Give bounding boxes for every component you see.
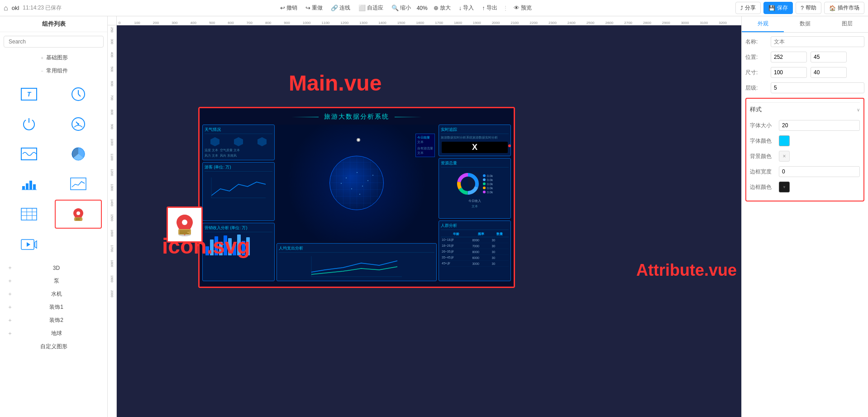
wave-icon <box>20 145 38 163</box>
tab-layer[interactable]: 图层 <box>826 16 868 32</box>
sidebar-item-custom[interactable]: 自定义图形 <box>0 340 107 353</box>
sidebar-item-decor1[interactable]: ＋ 装饰1 <box>0 301 107 314</box>
spending-panel-title: 营销收入分析 (单位: 万) <box>205 225 272 232</box>
add-icon-decor2[interactable]: ＋ <box>7 316 13 324</box>
export-button[interactable]: ↑ 导出 <box>478 3 501 13</box>
font-size-input[interactable] <box>779 120 860 131</box>
size-h-input[interactable] <box>811 67 847 78</box>
sidebar-icon-wave[interactable] <box>5 140 53 168</box>
sidebar-item-water[interactable]: ＋ 水机 <box>0 288 107 301</box>
zoomout-button[interactable]: 🔍 缩小 <box>388 3 415 13</box>
realtime-panel-title: 实时追踪 <box>441 127 509 134</box>
sidebar-item-pump[interactable]: ＋ 泵 <box>0 274 107 288</box>
font-color-swatch[interactable] <box>779 135 790 146</box>
preview-button[interactable]: 👁 预览 <box>510 3 535 13</box>
line-chart-icon <box>69 175 87 193</box>
border-width-input[interactable] <box>779 166 860 177</box>
search-input[interactable] <box>4 36 104 48</box>
svg-rect-15 <box>71 178 86 190</box>
tab-data[interactable]: 数据 <box>784 16 826 32</box>
share-button[interactable]: ⤴ 分享 <box>735 2 761 14</box>
add-icon-pump[interactable]: ＋ <box>7 277 13 285</box>
zoomout-icon: 🔍 <box>391 5 399 11</box>
sidebar-icon-linechart[interactable] <box>55 170 102 198</box>
canvas-content[interactable]: Main.vue 旅游大数据分析系统 <box>117 25 741 417</box>
size-w-input[interactable] <box>771 67 807 78</box>
sidebar-icon-gauge[interactable] <box>55 110 102 138</box>
text-box-icon: T <box>20 85 38 103</box>
bg-color-row: 背景颜色 × <box>750 151 860 162</box>
crowd-panel: 人均支出分析 <box>277 243 437 281</box>
sidebar-item-earth[interactable]: ＋ 地球 <box>0 327 107 340</box>
sidebar-icon-pie[interactable] <box>55 140 102 168</box>
sidebar-item-3d[interactable]: ＋ 3D <box>0 261 107 274</box>
section-common-components[interactable]: － 常用组件 <box>0 64 107 77</box>
save-time: 11:14:23 已保存 <box>23 4 62 12</box>
toolbar-divider: ⋮ <box>502 5 509 11</box>
help-button[interactable]: ? 帮助 <box>796 2 821 14</box>
toolbar-right: ⤴ 分享 💾 保存 ? 帮助 🏠 插件市场 <box>735 2 864 14</box>
svg-point-22 <box>76 211 80 215</box>
dashboard-preview[interactable]: 旅游大数据分析系统 天气情况 <box>198 107 515 288</box>
save-icon: 💾 <box>768 5 775 11</box>
canvas-area[interactable]: 0 100 200 300 400 500 600 700 800 900 10… <box>108 16 741 417</box>
svg-rect-13 <box>33 184 36 190</box>
main-toolbar: ⌂ okl 11:14:23 已保存 ↩ 撤销 ↪ 重做 🔗 连线 ⬜ 自适应 … <box>0 0 868 16</box>
sidebar-icon-barchart[interactable] <box>5 170 53 198</box>
plugin-button[interactable]: 🏠 插件市场 <box>824 2 864 14</box>
import-icon: ↓ <box>459 5 462 11</box>
zoom-level: 40% <box>415 5 429 11</box>
add-icon-decor1[interactable]: ＋ <box>7 303 13 311</box>
section-basic-shapes[interactable]: ＋ 基础图形 <box>0 51 107 64</box>
tourist-chart <box>205 173 272 200</box>
sidebar-title: 组件列表 <box>0 16 107 32</box>
sidebar-item-decor2[interactable]: ＋ 装饰2 <box>0 314 107 327</box>
dashboard-inner: 旅游大数据分析系统 天气情况 <box>200 108 514 287</box>
zoom-control: 40% <box>415 5 429 11</box>
add-icon-water[interactable]: ＋ <box>7 290 13 298</box>
svg-point-41 <box>182 220 187 225</box>
border-color-swatch[interactable]: ▼ <box>779 182 790 192</box>
fit-button[interactable]: ⬜ 自适应 <box>355 3 387 13</box>
bg-color-swatch[interactable]: × <box>779 151 790 162</box>
home-icon[interactable]: ⌂ <box>4 4 8 12</box>
sidebar-icon-power[interactable] <box>5 110 53 138</box>
sidebar-icon-clock[interactable] <box>55 80 102 108</box>
position-x-input[interactable] <box>771 52 807 62</box>
attr-vue-label: Attribute.vue <box>636 261 737 280</box>
sidebar-icon-textbox[interactable]: T <box>5 80 53 108</box>
expand-basic-icon: ＋ <box>40 55 44 61</box>
name-input[interactable] <box>771 36 864 47</box>
sidebar-icon-video[interactable] <box>5 230 53 259</box>
connect-button[interactable]: 🔗 连线 <box>327 3 354 13</box>
style-section-header[interactable]: 样式 ∨ <box>750 102 860 116</box>
weather-icons <box>205 135 272 148</box>
weather-hex-2 <box>234 137 243 146</box>
undo-icon: ↩ <box>280 5 285 11</box>
add-icon-earth[interactable]: ＋ <box>7 330 13 337</box>
import-button[interactable]: ↓ 导入 <box>455 3 478 13</box>
ruler-v-ticks: 250 300 400 500 600 700 800 900 1000 110… <box>108 25 116 417</box>
tab-appearance[interactable]: 外观 <box>742 16 784 32</box>
resource-panel: 资源总量 <box>439 158 511 219</box>
pie-legend: 0.0k 0.0k 0.0k 0.0k 0.0k <box>483 174 493 194</box>
level-input[interactable] <box>771 82 864 93</box>
save-button[interactable]: 💾 保存 <box>763 2 793 14</box>
ruler-corner <box>108 16 117 25</box>
sidebar-icon-mappin[interactable] <box>55 200 102 229</box>
crowd-chart <box>279 254 434 279</box>
eye-icon: 👁 <box>514 5 520 11</box>
resource-pie-chart <box>457 173 479 195</box>
redo-button[interactable]: ↪ 重做 <box>302 3 326 13</box>
sidebar-icon-table[interactable] <box>5 200 53 229</box>
undo-button[interactable]: ↩ 撤销 <box>277 3 301 13</box>
today-income: 今日收入 文本 <box>441 199 509 209</box>
prop-position-row: 位置: <box>745 52 864 62</box>
map-pin-icon <box>69 205 87 223</box>
title-line-right <box>395 117 422 117</box>
position-y-input[interactable] <box>811 52 847 62</box>
monitor-screen: X <box>442 142 508 153</box>
add-icon-3d[interactable]: ＋ <box>7 264 13 272</box>
zoomin-button[interactable]: ⊕ 放大 <box>430 3 454 13</box>
svg-rect-16 <box>21 208 37 220</box>
